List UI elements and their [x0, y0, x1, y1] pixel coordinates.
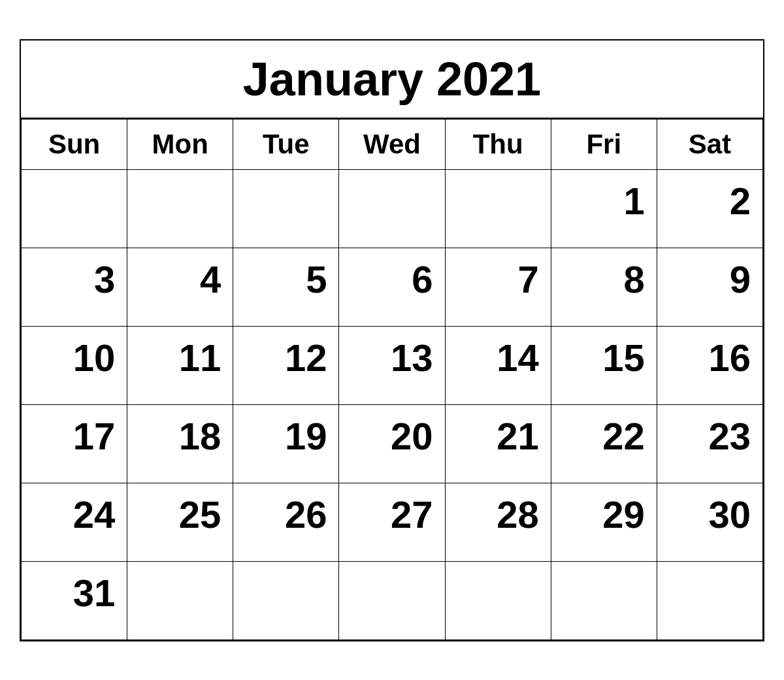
calendar-day-cell: 18 — [127, 404, 233, 483]
calendar-day-cell — [127, 169, 233, 248]
header-thu: Thu — [445, 119, 551, 169]
calendar-day-cell: 16 — [657, 326, 762, 404]
header-sun: Sun — [22, 119, 127, 169]
calendar-day-cell: 31 — [22, 561, 127, 640]
calendar-day-cell: 7 — [445, 248, 551, 326]
calendar-day-cell: 26 — [233, 483, 339, 561]
calendar-body: 1234567891011121314151617181920212223242… — [22, 169, 763, 640]
header-tue: Tue — [233, 119, 339, 169]
calendar-day-cell — [233, 561, 339, 640]
calendar-day-cell: 17 — [22, 404, 127, 483]
calendar-grid: Sun Mon Tue Wed Thu Fri Sat 123456789101… — [21, 119, 763, 640]
calendar-day-cell: 27 — [339, 483, 445, 561]
calendar-day-cell: 2 — [657, 169, 762, 248]
header-sat: Sat — [657, 119, 762, 169]
calendar-day-cell — [657, 561, 762, 640]
calendar-day-cell: 28 — [445, 483, 551, 561]
calendar-day-cell: 24 — [22, 483, 127, 561]
calendar-day-cell — [339, 561, 445, 640]
calendar-week-row: 31 — [22, 561, 763, 640]
calendar-day-cell — [445, 561, 551, 640]
calendar-day-cell: 9 — [657, 248, 762, 326]
calendar-day-cell: 19 — [233, 404, 339, 483]
calendar-day-cell: 14 — [445, 326, 551, 404]
calendar-day-cell: 6 — [339, 248, 445, 326]
calendar-day-cell: 5 — [233, 248, 339, 326]
calendar: January 2021 Sun Mon Tue Wed Thu Fri Sat… — [20, 39, 764, 641]
calendar-day-cell: 4 — [127, 248, 233, 326]
calendar-day-cell: 1 — [551, 169, 657, 248]
calendar-day-cell: 20 — [339, 404, 445, 483]
calendar-day-cell: 23 — [657, 404, 762, 483]
calendar-day-cell — [551, 561, 657, 640]
calendar-day-cell: 10 — [22, 326, 127, 404]
calendar-day-cell: 21 — [445, 404, 551, 483]
calendar-day-cell: 15 — [551, 326, 657, 404]
calendar-week-row: 3456789 — [22, 248, 763, 326]
calendar-header: January 2021 — [21, 40, 763, 119]
calendar-day-cell: 8 — [551, 248, 657, 326]
calendar-day-cell: 13 — [339, 326, 445, 404]
header-fri: Fri — [551, 119, 657, 169]
calendar-day-cell — [22, 169, 127, 248]
calendar-day-cell — [339, 169, 445, 248]
header-mon: Mon — [127, 119, 233, 169]
calendar-day-cell — [127, 561, 233, 640]
weekday-header-row: Sun Mon Tue Wed Thu Fri Sat — [22, 119, 763, 169]
header-wed: Wed — [339, 119, 445, 169]
calendar-week-row: 24252627282930 — [22, 483, 763, 561]
calendar-day-cell: 30 — [657, 483, 762, 561]
calendar-day-cell — [445, 169, 551, 248]
calendar-title: January 2021 — [27, 52, 757, 106]
calendar-week-row: 12 — [22, 169, 763, 248]
calendar-day-cell: 29 — [551, 483, 657, 561]
calendar-week-row: 17181920212223 — [22, 404, 763, 483]
calendar-week-row: 10111213141516 — [22, 326, 763, 404]
calendar-day-cell — [233, 169, 339, 248]
calendar-day-cell: 11 — [127, 326, 233, 404]
calendar-day-cell: 12 — [233, 326, 339, 404]
calendar-day-cell: 22 — [551, 404, 657, 483]
calendar-day-cell: 3 — [22, 248, 127, 326]
calendar-day-cell: 25 — [127, 483, 233, 561]
